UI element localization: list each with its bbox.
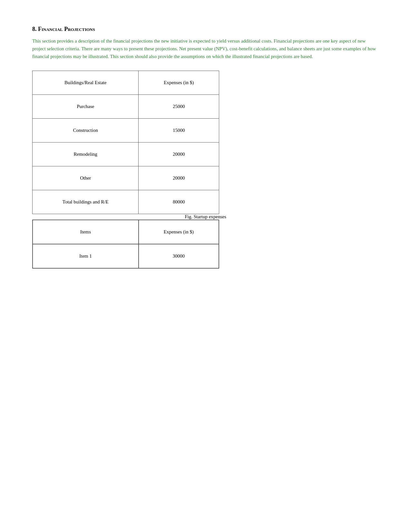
- section-heading: 8. Financial Projections: [32, 26, 379, 33]
- col-header-expenses: Expenses (in $): [139, 71, 219, 95]
- table-row: Item 1 30000: [33, 244, 219, 268]
- startup-expenses-table: Items Expenses (in $) Item 1 30000: [32, 220, 219, 269]
- row-value-remodeling: 20000: [139, 143, 219, 166]
- table-row: Other 20000: [33, 166, 219, 190]
- section-number: 8.: [32, 26, 37, 32]
- row-value-item1: 30000: [139, 244, 219, 268]
- table2-container: Items Expenses (in $) Item 1 30000: [32, 220, 379, 269]
- row-label-total: Total buildings and R/E: [33, 190, 139, 214]
- description-paragraph: This section provides a description of t…: [32, 37, 379, 60]
- col-header-buildings: Buildings/Real Estate: [33, 71, 139, 95]
- buildings-table: Buildings/Real Estate Expenses (in $) Pu…: [32, 71, 219, 214]
- row-value-construction: 15000: [139, 119, 219, 143]
- row-value-purchase: 25000: [139, 95, 219, 119]
- table-row: Construction 15000: [33, 119, 219, 143]
- col2-header-items: Items: [33, 220, 139, 244]
- row-label-purchase: Purchase: [33, 95, 139, 119]
- row-label-other: Other: [33, 166, 139, 190]
- row-value-total: 80000: [139, 190, 219, 214]
- row-value-other: 20000: [139, 166, 219, 190]
- table-row-total: Total buildings and R/E 80000: [33, 190, 219, 214]
- table-row: Purchase 25000: [33, 95, 219, 119]
- table2-header-row: Items Expenses (in $): [33, 220, 219, 244]
- col2-header-expenses: Expenses (in $): [139, 220, 219, 244]
- row-label-item1: Item 1: [33, 244, 139, 268]
- section-title: Financial Projections: [38, 26, 95, 32]
- table1-container: Buildings/Real Estate Expenses (in $) Pu…: [32, 71, 379, 214]
- row-label-construction: Construction: [33, 119, 139, 143]
- fig-caption: Fig. Startup expenses: [32, 214, 379, 220]
- row-label-remodeling: Remodeling: [33, 143, 139, 166]
- table-header-row: Buildings/Real Estate Expenses (in $): [33, 71, 219, 95]
- table-row: Remodeling 20000: [33, 143, 219, 166]
